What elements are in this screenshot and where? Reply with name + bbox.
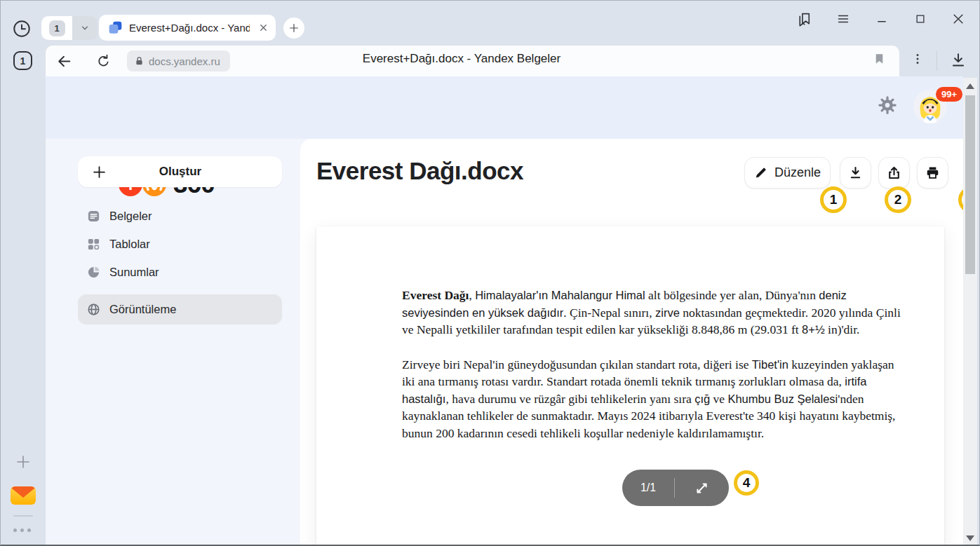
table-icon xyxy=(87,238,100,251)
settings-gear-button[interactable] xyxy=(877,95,898,116)
plus-icon xyxy=(288,22,300,34)
printer-icon xyxy=(925,165,940,180)
tab-group-chevron-button[interactable] xyxy=(72,16,98,40)
fullscreen-button[interactable] xyxy=(675,481,729,496)
page-title-address: Everest+Dağı.docx - Yandex Belgeler xyxy=(265,52,658,66)
paragraph: Zirveye biri Nepal'in güneydoğusundan çı… xyxy=(402,356,906,442)
document-icon xyxy=(87,210,100,223)
tab-group-pill[interactable]: 1 xyxy=(41,16,98,40)
create-button-label: Oluştur xyxy=(107,165,254,179)
minimize-icon xyxy=(875,13,888,25)
edit-button-label: Düzenle xyxy=(774,165,821,180)
sidebar-item-sunumlar[interactable]: Sunumlar xyxy=(78,259,282,285)
share-icon xyxy=(887,165,901,180)
address-bar[interactable]: docs.yandex.ru xyxy=(127,50,230,71)
main-content-panel: Everest Dağı.docx Düzenle 1 2 3 Everest … xyxy=(300,139,963,546)
download-document-button[interactable] xyxy=(840,157,871,189)
y360-header: Y 360 Mail xyxy=(46,76,963,139)
presentation-icon xyxy=(87,266,100,279)
create-button[interactable]: Oluştur xyxy=(78,156,282,187)
download-icon xyxy=(848,165,863,180)
sidebar-item-label: Tablolar xyxy=(109,238,150,251)
annotation-badge-1: 1 xyxy=(820,186,847,213)
hamburger-icon xyxy=(835,11,851,27)
gear-icon xyxy=(877,95,898,116)
maximize-button[interactable] xyxy=(911,10,929,28)
bookmarks-panel-button[interactable] xyxy=(795,10,813,28)
globe-icon xyxy=(87,303,100,316)
document-title: Everest Dağı.docx xyxy=(316,157,523,185)
tab-group-count: 1 xyxy=(49,20,65,36)
sidebar-item-belgeler[interactable]: Belgeler xyxy=(78,203,282,229)
minimize-button[interactable] xyxy=(873,10,891,28)
rail-divider xyxy=(13,515,33,517)
bookmark-flag-icon xyxy=(873,52,886,66)
browser-menu-button[interactable] xyxy=(834,10,852,28)
sidebar-item-label: Görüntüleme xyxy=(109,303,176,316)
notification-badge: 99+ xyxy=(936,87,962,102)
scroll-up-arrow[interactable] xyxy=(966,83,974,89)
back-button[interactable] xyxy=(55,53,73,70)
annotation-badge-2: 2 xyxy=(885,186,911,213)
pencil-icon xyxy=(754,166,767,179)
close-window-button[interactable] xyxy=(949,10,967,28)
browser-window: 1 Everest+Dağı.docx - Yandex Belgeler xyxy=(0,0,980,546)
reload-icon xyxy=(95,53,112,69)
sidebar-item-label: Sunumlar xyxy=(109,266,159,279)
webpage-viewport: Y 360 Mail xyxy=(46,76,963,546)
close-icon xyxy=(951,12,965,26)
rail-tab-counter[interactable]: 1 xyxy=(13,51,32,70)
tab-group-counter[interactable]: 1 xyxy=(41,16,72,40)
tab-title: Everest+Dağı.docx - Yandex Belgeler xyxy=(129,22,250,34)
page-navigator-pill[interactable]: 1/1 xyxy=(622,470,729,506)
sidebar-item-goruntuleme[interactable]: Görüntüleme xyxy=(78,294,282,325)
rail-mail-button[interactable] xyxy=(10,484,36,506)
clock-icon xyxy=(12,19,32,39)
chevron-down-icon xyxy=(79,22,90,34)
share-button[interactable] xyxy=(878,157,910,189)
kebab-menu-icon xyxy=(911,52,925,66)
sidebar-item-tablolar[interactable]: Tablolar xyxy=(78,231,282,257)
expand-icon xyxy=(694,481,709,496)
plus-icon xyxy=(15,453,32,470)
tab-close-icon[interactable] xyxy=(258,22,269,33)
scrollbar-thumb[interactable] xyxy=(965,95,975,274)
lock-icon xyxy=(134,55,145,67)
edit-button[interactable]: Düzenle xyxy=(744,157,831,189)
history-clock-button[interactable] xyxy=(12,19,32,39)
rail-add-button[interactable] xyxy=(15,453,32,470)
print-button[interactable] xyxy=(917,157,948,189)
back-arrow-icon xyxy=(55,53,73,70)
plus-icon xyxy=(92,165,107,179)
sidebar-item-label: Belgeler xyxy=(109,210,152,223)
mail-icon xyxy=(10,484,36,506)
page-indicator: 1/1 xyxy=(622,482,674,494)
downloads-button[interactable] xyxy=(949,51,967,69)
bookmarks-icon xyxy=(796,11,813,28)
page-scrollbar[interactable] xyxy=(963,78,977,546)
scroll-down-arrow[interactable] xyxy=(966,535,974,541)
new-tab-button[interactable] xyxy=(283,18,304,39)
annotation-badge-3: 3 xyxy=(958,186,963,213)
domain-text: docs.yandex.ru xyxy=(149,55,220,67)
download-icon xyxy=(949,51,967,69)
maximize-icon xyxy=(914,13,927,25)
annotation-badge-4: 4 xyxy=(734,470,759,496)
toolbar-more-button[interactable] xyxy=(911,52,925,66)
browser-tab[interactable]: Everest+Dağı.docx - Yandex Belgeler xyxy=(99,15,276,41)
bookmark-flag-button[interactable] xyxy=(873,52,886,66)
toolbar-divider xyxy=(937,51,937,71)
document-text: Everest Dağı, Himalayalar'ın Mahalangur … xyxy=(402,287,906,459)
yandex-docs-icon xyxy=(108,20,123,35)
paragraph: Everest Dağı, Himalayalar'ın Mahalangur … xyxy=(402,287,906,339)
reload-button[interactable] xyxy=(95,53,112,69)
rail-more-button[interactable] xyxy=(13,528,31,532)
